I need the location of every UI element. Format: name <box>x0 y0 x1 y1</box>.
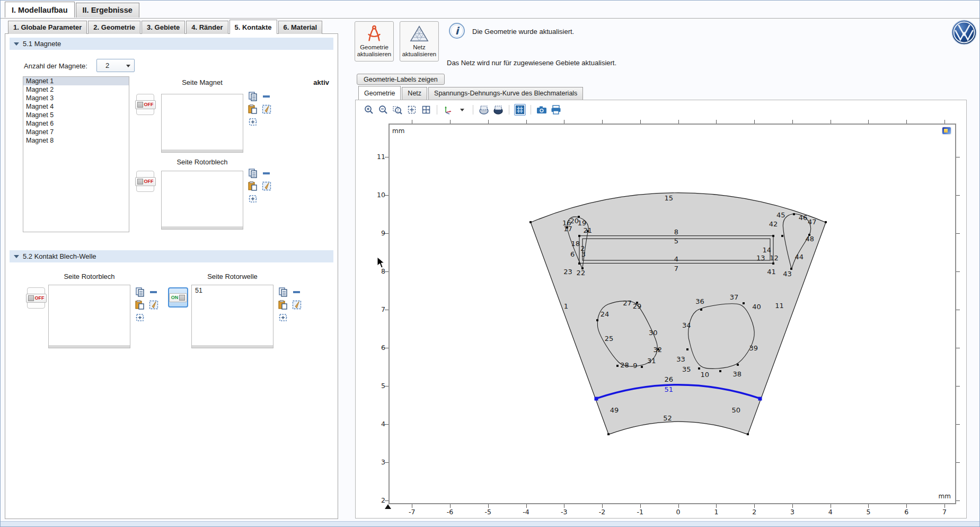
magnet-list-item[interactable]: Magnet 7 <box>23 128 129 136</box>
scrollbar[interactable] <box>49 345 130 348</box>
collapse-icon <box>14 255 19 258</box>
magnet-list-item[interactable]: Magnet 5 <box>23 111 129 119</box>
copy-icon[interactable] <box>278 287 288 297</box>
view-dropdown-caret[interactable] <box>456 104 468 116</box>
remove-icon[interactable] <box>261 168 272 179</box>
zoom-extents-icon[interactable] <box>406 104 418 116</box>
copy-icon[interactable] <box>248 91 258 102</box>
update-mesh-button[interactable]: Netz aktualisieren <box>400 21 439 62</box>
seite-rotorblech-selection-box[interactable] <box>161 171 243 230</box>
geometry-label-39: 39 <box>749 344 758 352</box>
scrollbar[interactable] <box>192 345 273 348</box>
vertex-marker <box>578 216 580 218</box>
plot-thumbnail-icon[interactable] <box>942 127 951 134</box>
export-image-icon[interactable] <box>478 104 490 116</box>
paste-icon[interactable] <box>248 181 258 191</box>
geometry-label-11: 11 <box>775 301 784 309</box>
print-icon[interactable] <box>550 104 562 116</box>
toolbar-separator <box>531 105 531 115</box>
remove-icon[interactable] <box>148 287 159 297</box>
kontakt-rotorblech-toggle[interactable]: OFF <box>27 287 45 309</box>
update-geometry-button[interactable]: Geometrie aktualisieren <box>355 21 394 62</box>
tab-modellaufbau[interactable]: I. Modellaufbau <box>5 2 75 17</box>
paste-icon[interactable] <box>278 300 288 310</box>
tick <box>944 504 945 508</box>
tick <box>956 195 960 196</box>
clear-selection-icon[interactable] <box>292 300 302 310</box>
anzahl-dropdown[interactable]: 2 <box>96 59 135 72</box>
remove-icon[interactable] <box>292 287 302 297</box>
gtab-geometrie[interactable]: Geometrie <box>358 86 401 100</box>
grid-toggle-icon[interactable] <box>514 104 526 116</box>
selected-boundary[interactable]: 51 <box>192 285 273 294</box>
tick <box>944 120 945 124</box>
section-magnete-header[interactable]: 5.1 Magnete <box>10 38 333 50</box>
kontakt-rotorwelle-toggle[interactable]: ON <box>168 287 188 308</box>
magnet-list-item[interactable]: Magnet 1 <box>23 77 129 85</box>
section-kontakt-header[interactable]: 5.2 Kontakt Blech-Welle <box>10 250 333 262</box>
tab-gebiete[interactable]: 3. Gebiete <box>142 21 185 34</box>
seite-magnet-selection-box[interactable] <box>161 94 243 153</box>
vertex-marker <box>808 234 810 236</box>
clear-selection-icon[interactable] <box>261 104 272 115</box>
clear-selection-icon[interactable] <box>148 300 159 310</box>
tab-geometrie[interactable]: 2. Geometrie <box>88 21 140 34</box>
zoom-selected-icon[interactable] <box>248 117 258 127</box>
magnet-list-item[interactable]: Magnet 8 <box>23 136 129 145</box>
zoom-selected-icon[interactable] <box>278 312 288 323</box>
seite-rotorblech-toggle[interactable]: OFF <box>136 171 154 192</box>
aktiv-label: aktiv <box>296 78 329 86</box>
tick <box>488 504 489 508</box>
tick <box>450 504 451 508</box>
zoom-box-icon[interactable] <box>392 104 403 116</box>
kontakt-rotorwelle-selection-box[interactable]: 51 <box>191 285 273 348</box>
paste-icon[interactable] <box>248 104 258 115</box>
magnet-list-item[interactable]: Magnet 4 <box>23 102 129 111</box>
paste-icon[interactable] <box>135 300 145 310</box>
tick <box>526 120 527 124</box>
magnet-list-item[interactable]: Magnet 2 <box>23 85 129 94</box>
copy-icon[interactable] <box>248 168 258 179</box>
tab-raender[interactable]: 4. Ränder <box>186 21 228 34</box>
plot-canvas[interactable]: 1511185476323221821620191721454647424844… <box>389 124 956 504</box>
zoom-in-icon[interactable] <box>363 104 375 116</box>
snapshot-camera-icon[interactable] <box>536 104 548 116</box>
vertex-marker <box>607 433 610 435</box>
magnet-list[interactable]: Magnet 1Magnet 2Magnet 3Magnet 4Magnet 5… <box>23 76 129 232</box>
button-label: Netz <box>413 44 426 51</box>
export-image-dark-icon[interactable] <box>492 104 504 116</box>
zoom-selected-icon[interactable] <box>248 194 258 204</box>
vertex-marker <box>793 213 795 215</box>
kontakt-rotorblech-selection-box[interactable] <box>48 285 130 348</box>
clear-selection-icon[interactable] <box>261 181 272 191</box>
tick <box>385 348 389 348</box>
tab-globale-parameter[interactable]: 1. Globale Parameter <box>8 21 87 34</box>
tick <box>602 504 603 508</box>
gtab-netz[interactable]: Netz <box>402 87 427 100</box>
tab-material[interactable]: 6. Material <box>278 21 323 34</box>
seite-magnet-toggle[interactable]: OFF <box>136 94 154 115</box>
view-orientation-icon[interactable] <box>442 104 454 116</box>
geometrie-labels-button[interactable]: Geometrie-Labels zeigen <box>357 74 445 85</box>
scrollbar[interactable] <box>162 150 243 152</box>
copy-icon[interactable] <box>135 287 145 297</box>
magnet-list-item[interactable]: Magnet 3 <box>23 94 129 102</box>
scrollbar[interactable] <box>162 226 243 229</box>
zoom-selected-icon[interactable] <box>135 312 145 323</box>
tab-ergebnisse[interactable]: II. Ergebnisse <box>76 3 139 17</box>
section-kontakt-title: 5.2 Kontakt Blech-Welle <box>23 252 96 260</box>
zoom-fit-icon[interactable] <box>420 104 432 116</box>
x-axis-unit: mm <box>939 493 951 500</box>
y-axis-unit: mm <box>392 127 404 135</box>
gtab-spannungs-kurve[interactable]: Spannungs-Dehnungs-Kurve des Blechmateri… <box>428 87 583 100</box>
tick <box>385 310 389 310</box>
magnet-list-item[interactable]: Magnet 6 <box>23 119 129 128</box>
remove-icon[interactable] <box>261 91 272 102</box>
x-tick-label: 0 <box>668 508 689 516</box>
tab-kontakte[interactable]: 5. Kontakte <box>229 20 277 34</box>
zoom-out-icon[interactable] <box>377 104 389 116</box>
vertex-marker <box>698 367 700 370</box>
vertex-marker <box>825 221 827 223</box>
geometry-label-28: 28 <box>620 361 629 369</box>
x-tick-label: -7 <box>401 508 422 516</box>
